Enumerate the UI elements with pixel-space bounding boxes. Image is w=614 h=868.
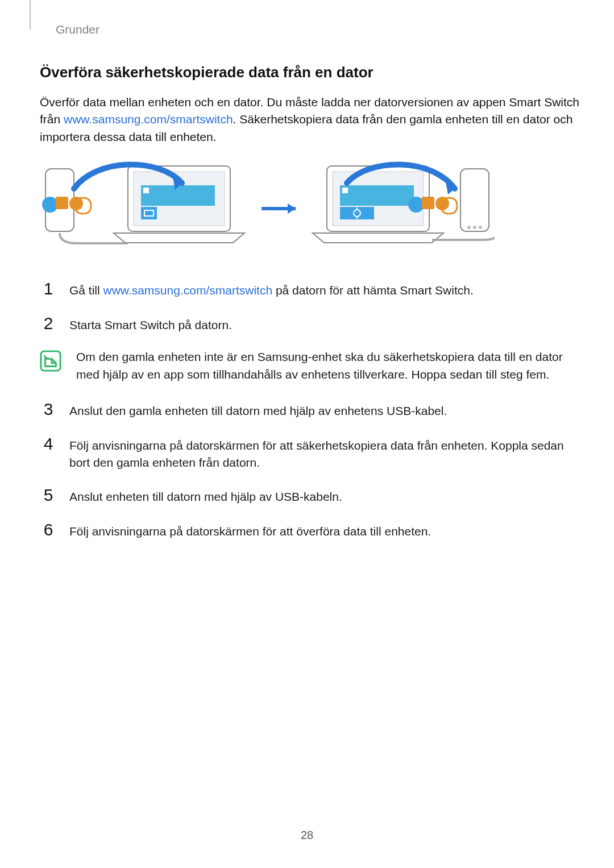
info-note: Om den gamla enheten inte är en Samsung-… bbox=[40, 348, 580, 383]
step-number: 2 bbox=[40, 314, 57, 333]
note-text: Om den gamla enheten inte är en Samsung-… bbox=[76, 348, 580, 383]
step-text: Anslut den gamla enheten till datorn med… bbox=[69, 400, 580, 420]
svg-point-25 bbox=[467, 226, 471, 229]
step-number: 4 bbox=[40, 435, 57, 453]
svg-rect-16 bbox=[340, 185, 414, 206]
svg-point-26 bbox=[473, 226, 476, 229]
page-content: Grunder Överföra säkerhetskopierade data… bbox=[0, 0, 614, 555]
step-text: Starta Smart Switch på datorn. bbox=[69, 314, 580, 334]
intro-paragraph: Överför data mellan enheten och en dator… bbox=[40, 94, 580, 146]
step-text: Följ anvisningarna på datorskärmen för a… bbox=[69, 521, 580, 540]
section-title: Överföra säkerhetskopierade data från en… bbox=[40, 64, 580, 81]
step-list: 1 Gå till www.samsung.com/smartswitch på… bbox=[40, 280, 580, 540]
smartswitch-link[interactable]: www.samsung.com/smartswitch bbox=[64, 113, 233, 126]
step-6: 6 Följ anvisningarna på datorskärmen för… bbox=[40, 521, 580, 540]
svg-marker-20 bbox=[313, 233, 443, 243]
svg-rect-17 bbox=[342, 188, 348, 193]
svg-rect-2 bbox=[56, 197, 68, 209]
svg-rect-8 bbox=[141, 207, 157, 219]
step-number: 6 bbox=[40, 521, 57, 539]
step-3: 3 Anslut den gamla enheten till datorn m… bbox=[40, 400, 580, 420]
svg-rect-22 bbox=[422, 197, 434, 209]
svg-point-21 bbox=[408, 197, 424, 213]
running-header: Grunder bbox=[56, 23, 580, 36]
step-1: 1 Gå till www.samsung.com/smartswitch på… bbox=[40, 280, 580, 299]
step-2: 2 Starta Smart Switch på datorn. bbox=[40, 314, 580, 334]
transfer-illustration bbox=[40, 160, 495, 257]
step1-before: Gå till bbox=[69, 284, 103, 297]
svg-point-27 bbox=[479, 226, 482, 229]
step-4: 4 Följ anvisningarna på datorskärmen för… bbox=[40, 435, 580, 472]
svg-marker-10 bbox=[114, 233, 244, 243]
svg-rect-7 bbox=[143, 188, 149, 193]
step-number: 3 bbox=[40, 400, 57, 418]
step-number: 1 bbox=[40, 280, 57, 298]
svg-rect-24 bbox=[460, 169, 489, 231]
step-text: Anslut enheten till datorn med hjälp av … bbox=[69, 486, 580, 505]
step-number: 5 bbox=[40, 486, 57, 504]
svg-marker-13 bbox=[288, 203, 296, 214]
note-icon bbox=[40, 350, 61, 372]
smartswitch-link-step[interactable]: www.samsung.com/smartswitch bbox=[103, 284, 273, 297]
step1-after: på datorn för att hämta Smart Switch. bbox=[272, 284, 474, 297]
step-text: Gå till www.samsung.com/smartswitch på d… bbox=[69, 280, 580, 299]
page-number: 28 bbox=[0, 829, 614, 842]
svg-point-1 bbox=[42, 197, 58, 213]
svg-rect-6 bbox=[141, 185, 215, 206]
svg-rect-29 bbox=[41, 351, 60, 371]
step-5: 5 Anslut enheten till datorn med hjälp a… bbox=[40, 486, 580, 505]
step-text: Följ anvisningarna på datorskärmen för a… bbox=[69, 435, 580, 472]
